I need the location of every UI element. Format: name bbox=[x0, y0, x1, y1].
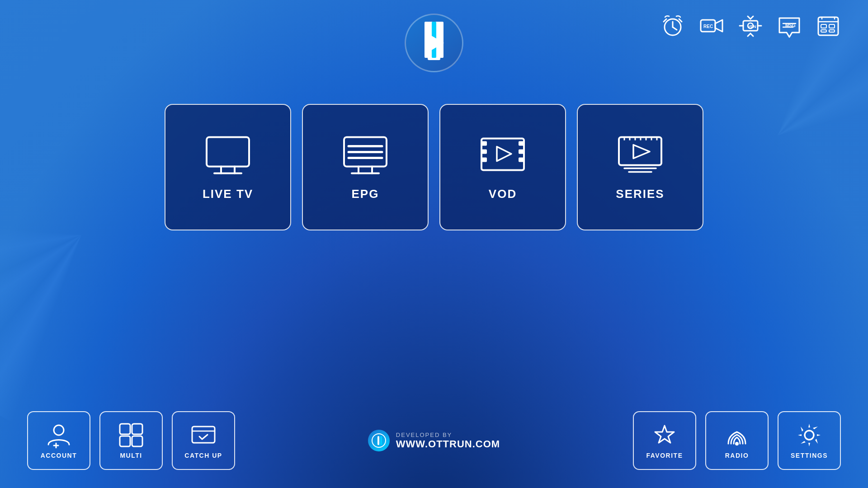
live-tv-label: LIVE TV bbox=[203, 187, 253, 201]
svg-text:REC: REC bbox=[703, 24, 713, 29]
svg-point-61 bbox=[735, 442, 739, 446]
website-label: WWW.OTTRUN.COM bbox=[396, 438, 500, 450]
svg-rect-17 bbox=[821, 30, 826, 32]
svg-rect-32 bbox=[481, 138, 524, 170]
vpn-icon-button[interactable]: VPN bbox=[738, 14, 763, 39]
account-button[interactable]: ACCOUNT bbox=[27, 411, 90, 470]
svg-point-63 bbox=[805, 431, 814, 440]
svg-rect-21 bbox=[207, 137, 249, 166]
settings-label: SETTINGS bbox=[791, 452, 828, 459]
multi-label: MULTI bbox=[120, 452, 142, 459]
series-button[interactable]: SERIES bbox=[577, 104, 703, 230]
radio-label: RADIO bbox=[725, 452, 749, 459]
footer-brand: DEVELOPED BY WWW.OTTRUN.COM bbox=[368, 430, 500, 451]
series-label: SERIES bbox=[616, 187, 664, 201]
vod-button[interactable]: VOD bbox=[439, 104, 566, 230]
developed-by-label: DEVELOPED BY bbox=[396, 432, 500, 438]
live-tv-button[interactable]: LIVE TV bbox=[165, 104, 291, 230]
vod-label: VOD bbox=[489, 187, 517, 201]
settings-button[interactable]: SETTINGS bbox=[778, 411, 841, 470]
epg-label: EPG bbox=[352, 187, 379, 201]
svg-line-2 bbox=[673, 27, 677, 30]
svg-rect-18 bbox=[829, 30, 835, 32]
svg-rect-35 bbox=[481, 157, 487, 162]
svg-point-49 bbox=[54, 425, 64, 435]
bottom-bar: ACCOUNT MULTI CATCH UP bbox=[0, 411, 868, 470]
svg-rect-39 bbox=[619, 137, 661, 165]
svg-rect-60 bbox=[380, 436, 382, 445]
header: REC VPN bbox=[0, 0, 868, 72]
svg-rect-37 bbox=[519, 149, 524, 154]
app-logo[interactable] bbox=[405, 14, 463, 72]
rec-icon-button[interactable]: REC bbox=[699, 14, 724, 39]
svg-rect-33 bbox=[481, 141, 487, 145]
top-right-icons: REC VPN bbox=[660, 14, 841, 39]
favorite-label: FAVORITE bbox=[646, 452, 683, 459]
msg-icon-button[interactable]: MSG bbox=[777, 14, 802, 39]
svg-rect-54 bbox=[120, 436, 130, 446]
footer-logo bbox=[368, 430, 390, 451]
multi-button[interactable]: MULTI bbox=[99, 411, 163, 470]
catchup-button[interactable]: CATCH UP bbox=[172, 411, 235, 470]
catchup-label: CATCH UP bbox=[184, 452, 222, 459]
favorite-button[interactable]: FAVORITE bbox=[633, 411, 696, 470]
svg-rect-34 bbox=[481, 149, 487, 154]
svg-rect-56 bbox=[192, 427, 215, 443]
svg-rect-53 bbox=[132, 424, 142, 434]
svg-rect-16 bbox=[829, 24, 835, 28]
account-label: ACCOUNT bbox=[41, 452, 77, 459]
bottom-right-icons: FAVORITE RADIO bbox=[633, 411, 841, 470]
svg-rect-36 bbox=[519, 141, 524, 145]
svg-rect-52 bbox=[120, 424, 130, 434]
svg-text:MSG: MSG bbox=[785, 23, 796, 28]
svg-rect-55 bbox=[132, 436, 142, 446]
svg-rect-59 bbox=[377, 436, 379, 445]
bottom-left-icons: ACCOUNT MULTI CATCH UP bbox=[27, 411, 235, 470]
alarm-icon-button[interactable] bbox=[660, 14, 685, 39]
svg-rect-38 bbox=[519, 157, 524, 162]
svg-rect-15 bbox=[821, 24, 826, 28]
epg-button[interactable]: EPG bbox=[302, 104, 429, 230]
radio-button[interactable]: RADIO bbox=[705, 411, 769, 470]
svg-text:VPN: VPN bbox=[748, 24, 756, 29]
main-menu: LIVE TV EPG bbox=[165, 104, 703, 230]
footer-text: DEVELOPED BY WWW.OTTRUN.COM bbox=[396, 432, 500, 450]
update-icon-button[interactable] bbox=[816, 14, 841, 39]
